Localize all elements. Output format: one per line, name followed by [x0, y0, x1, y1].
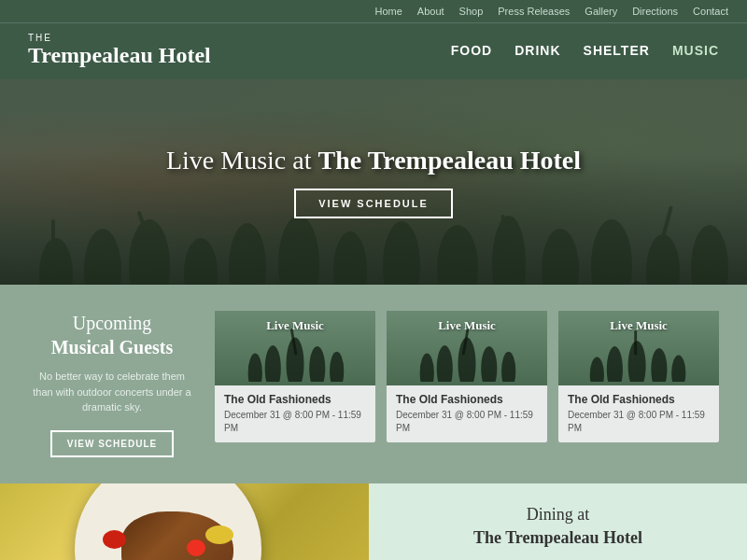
top-nav: Home About Shop Press Releases Gallery D… [0, 0, 747, 22]
event-card-2-image: Live Music [387, 311, 547, 385]
svg-rect-35 [634, 330, 637, 356]
svg-point-25 [437, 345, 453, 382]
event-card-3[interactable]: Live Music The Old Fashioneds December 3… [558, 311, 719, 442]
food-tomato-1 [103, 530, 126, 549]
nav-food[interactable]: FOOD [451, 43, 492, 58]
main-header: THE Trempealeau Hotel FOOD DRINK SHELTER… [0, 22, 747, 79]
svg-point-26 [458, 338, 476, 383]
event-card-1-label: Live Music [266, 318, 324, 333]
event-card-1-info: The Old Fashioneds December 31 @ 8:00 PM… [215, 385, 375, 442]
top-nav-press[interactable]: Press Releases [498, 6, 570, 17]
top-nav-contact[interactable]: Contact [693, 6, 728, 17]
event-card-1-image: Live Music [215, 311, 375, 385]
svg-point-19 [265, 345, 281, 382]
upcoming-text: Upcoming Musical Guests No better way to… [28, 311, 196, 457]
logo-name: Trempealeau Hotel [28, 43, 211, 67]
view-schedule-upcoming-button[interactable]: VIEW SCHEDULE [50, 430, 174, 457]
event-card-1-name: The Old Fashioneds [224, 393, 366, 406]
top-nav-gallery[interactable]: Gallery [585, 6, 617, 17]
svg-point-31 [607, 346, 623, 382]
event-card-3-name: The Old Fashioneds [568, 393, 710, 406]
event-card-1[interactable]: Live Music The Old Fashioneds December 3… [215, 311, 375, 442]
hero-section: Live Music at The Trempealeau Hotel VIEW… [0, 79, 747, 285]
svg-point-33 [651, 348, 667, 382]
event-card-2-name: The Old Fashioneds [396, 393, 538, 406]
svg-point-18 [248, 354, 262, 382]
svg-point-22 [330, 352, 344, 382]
event-cards-container: Live Music The Old Fashioneds December 3… [215, 311, 719, 442]
nav-shelter[interactable]: SHELTER [584, 43, 650, 58]
hero-title: Live Music at The Trempealeau Hotel [166, 146, 581, 175]
food-accent [205, 525, 233, 544]
event-card-3-date: December 31 @ 8:00 PM - 11:59 PM [568, 409, 710, 435]
svg-point-34 [671, 356, 685, 383]
nav-drink[interactable]: DRINK [514, 43, 560, 58]
event-card-3-info: The Old Fashioneds December 31 @ 8:00 PM… [558, 385, 719, 442]
event-card-2-info: The Old Fashioneds December 31 @ 8:00 PM… [387, 385, 547, 442]
upcoming-heading: Upcoming Musical Guests [28, 311, 196, 359]
event-card-1-date: December 31 @ 8:00 PM - 11:59 PM [224, 409, 366, 435]
event-card-3-image: Live Music [558, 311, 719, 385]
food-tomato-2 [187, 539, 205, 556]
logo: THE Trempealeau Hotel [28, 33, 211, 68]
top-nav-home[interactable]: Home [374, 6, 402, 17]
bottom-section: Dining at The Trempealeau Hotel Meals ma… [0, 483, 747, 561]
dining-title: Dining at The Trempealeau Hotel [473, 503, 642, 550]
hero-content: Live Music at The Trempealeau Hotel VIEW… [0, 79, 747, 285]
svg-point-28 [501, 352, 515, 382]
main-nav: FOOD DRINK SHELTER MUSIC [451, 43, 719, 58]
event-card-2[interactable]: Live Music The Old Fashioneds December 3… [387, 311, 547, 442]
dining-info: Dining at The Trempealeau Hotel Meals ma… [369, 483, 747, 561]
nav-music[interactable]: MUSIC [672, 43, 719, 58]
top-nav-directions[interactable]: Directions [632, 6, 678, 17]
logo-the: THE [28, 33, 211, 43]
upcoming-section: Upcoming Musical Guests No better way to… [0, 285, 747, 483]
event-card-2-label: Live Music [438, 318, 496, 333]
svg-point-21 [309, 346, 325, 382]
event-card-3-label: Live Music [610, 318, 668, 333]
view-schedule-hero-button[interactable]: VIEW SCHEDULE [294, 189, 453, 218]
svg-point-30 [590, 357, 604, 382]
top-nav-about[interactable]: About [417, 6, 444, 17]
svg-point-24 [420, 354, 434, 382]
top-nav-shop[interactable]: Shop [459, 6, 484, 17]
upcoming-description: No better way to celebrate them than wit… [28, 369, 196, 415]
event-card-2-date: December 31 @ 8:00 PM - 11:59 PM [396, 409, 538, 435]
svg-point-27 [481, 346, 497, 382]
food-image [0, 483, 369, 561]
